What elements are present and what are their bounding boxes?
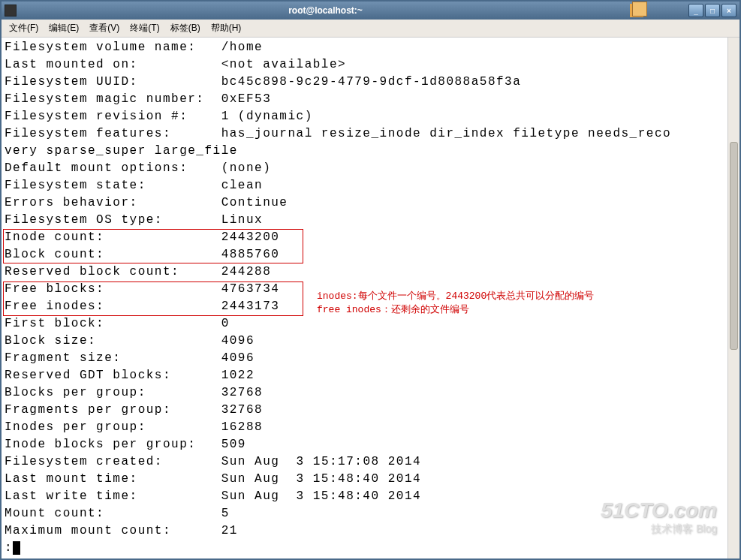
fs-created-label: Filesystem created: xyxy=(5,455,163,468)
fs-features: has_journal resize_inode dir_index filet… xyxy=(221,127,671,140)
menu-file[interactable]: 文件(F) xyxy=(5,20,43,36)
close-button[interactable]: × xyxy=(721,4,736,17)
fs-max-mount-count-label: Maximum mount count: xyxy=(5,524,171,537)
fs-revision: 1 (dynamic) xyxy=(221,110,313,123)
fs-fragment-size-label: Fragment size: xyxy=(5,351,121,365)
window-title: root@localhost:~ xyxy=(21,5,630,16)
fs-last-mounted: <not available> xyxy=(221,58,347,71)
minimize-button[interactable]: _ xyxy=(688,4,703,17)
fs-inodes-per-group: 16288 xyxy=(221,420,264,434)
fs-inode-count: 2443200 xyxy=(221,230,280,244)
menu-tabs[interactable]: 标签(B) xyxy=(166,20,205,36)
cursor-icon xyxy=(13,541,20,555)
menu-view[interactable]: 查看(V) xyxy=(85,20,124,36)
fs-state: clean xyxy=(221,179,264,192)
fs-uuid: bc45c898-9c29-4779-9dcf-1d8088a58f3a xyxy=(221,75,522,89)
fs-last-write-time-label: Last write time: xyxy=(5,489,138,503)
fs-fragments-per-group-label: Fragments per group: xyxy=(5,403,171,417)
fs-volume-name: /home xyxy=(221,41,264,54)
titlebar: root@localhost:~ _ □ × xyxy=(2,2,739,20)
fs-last-mount-time-label: Last mount time: xyxy=(5,472,138,486)
fs-free-blocks: 4763734 xyxy=(221,282,280,296)
fs-block-count-label: Block count: xyxy=(5,248,104,261)
fs-last-mount-time: Sun Aug 3 15:48:40 2014 xyxy=(221,472,421,486)
fs-errors: Continue xyxy=(221,196,288,209)
fs-blocks-per-group-label: Blocks per group: xyxy=(5,386,146,399)
fs-reserved-gdt: 1022 xyxy=(221,369,255,382)
menu-edit[interactable]: 编辑(E) xyxy=(44,20,83,36)
terminal-area[interactable]: Filesystem volume name: /home Last mount… xyxy=(2,38,739,558)
fs-uuid-label: Filesystem UUID: xyxy=(5,75,138,89)
fs-revision-label: Filesystem revision #: xyxy=(5,110,188,123)
menubar: 文件(F) 编辑(E) 查看(V) 终端(T) 标签(B) 帮助(H) xyxy=(2,20,739,38)
fs-volume-name-label: Filesystem volume name: xyxy=(5,41,196,54)
window-controls: _ □ × xyxy=(688,4,736,17)
fs-inode-blocks-per-group: 509 xyxy=(221,438,246,451)
fs-max-mount-count: 21 xyxy=(221,524,238,537)
pages-icon xyxy=(630,4,643,17)
fs-free-inodes-label: Free inodes: xyxy=(5,300,104,313)
fs-inode-blocks-per-group-label: Inode blocks per group: xyxy=(5,438,196,451)
fs-fragment-size: 4096 xyxy=(221,351,255,365)
fs-last-write-time: Sun Aug 3 15:48:40 2014 xyxy=(221,489,421,503)
fs-inodes-per-group-label: Inodes per group: xyxy=(5,420,146,434)
annotation-line1: inodes:每个文件一个编号。2443200代表总共可以分配的编号 xyxy=(317,291,594,302)
fs-last-mounted-label: Last mounted on: xyxy=(5,58,138,71)
prompt: : xyxy=(5,541,13,555)
fs-os-type-label: Filesystem OS type: xyxy=(5,213,163,227)
fs-fragments-per-group: 32768 xyxy=(221,403,264,417)
fs-created: Sun Aug 3 15:17:08 2014 xyxy=(221,455,421,468)
fs-state-label: Filesystem state: xyxy=(5,179,146,192)
fs-block-count: 4885760 xyxy=(221,248,280,261)
terminal-window: root@localhost:~ _ □ × 文件(F) 编辑(E) 查看(V)… xyxy=(0,0,741,560)
maximize-button[interactable]: □ xyxy=(705,4,720,17)
scrollbar-thumb[interactable] xyxy=(730,142,738,351)
scrollbar[interactable] xyxy=(727,38,739,558)
fs-free-blocks-label: Free blocks: xyxy=(5,282,104,296)
fs-features-cont: very sparse_super large_file xyxy=(5,144,238,158)
menu-help[interactable]: 帮助(H) xyxy=(206,20,246,36)
fs-reserved-blocks: 244288 xyxy=(221,265,272,278)
fs-errors-label: Errors behavior: xyxy=(5,196,138,209)
fs-mount-count: 5 xyxy=(221,507,230,520)
terminal-app-icon xyxy=(5,5,17,17)
fs-free-inodes: 2443173 xyxy=(221,300,280,313)
fs-inode-count-label: Inode count: xyxy=(5,230,104,244)
fs-blocks-per-group: 32768 xyxy=(221,386,264,399)
fs-os-type: Linux xyxy=(221,213,264,227)
fs-features-label: Filesystem features: xyxy=(5,127,171,140)
fs-first-block-label: First block: xyxy=(5,317,104,330)
annotation-line2: free inodes：还剩余的文件编号 xyxy=(317,304,469,315)
fs-mount-count-label: Mount count: xyxy=(5,507,104,520)
fs-first-block: 0 xyxy=(221,317,230,330)
fs-block-size-label: Block size: xyxy=(5,334,96,348)
fs-mount-opts-label: Default mount options: xyxy=(5,161,188,175)
fs-magic: 0xEF53 xyxy=(221,92,272,106)
fs-reserved-blocks-label: Reserved block count: xyxy=(5,265,179,278)
menu-terminal[interactable]: 终端(T) xyxy=(125,20,164,36)
fs-mount-opts: (none) xyxy=(221,161,272,175)
fs-reserved-gdt-label: Reserved GDT blocks: xyxy=(5,369,171,382)
annotation-text: inodes:每个文件一个编号。2443200代表总共可以分配的编号 free … xyxy=(317,290,594,317)
fs-magic-label: Filesystem magic number: xyxy=(5,92,204,106)
fs-block-size: 4096 xyxy=(221,334,255,348)
